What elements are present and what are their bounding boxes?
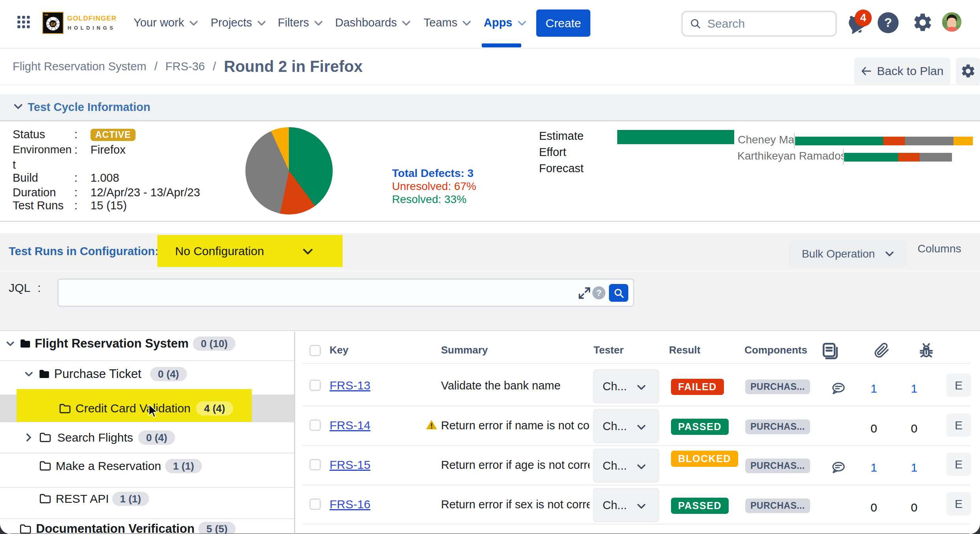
- svg-text:Gf: Gf: [51, 22, 56, 26]
- svg-text:79F: 79F: [44, 14, 49, 16]
